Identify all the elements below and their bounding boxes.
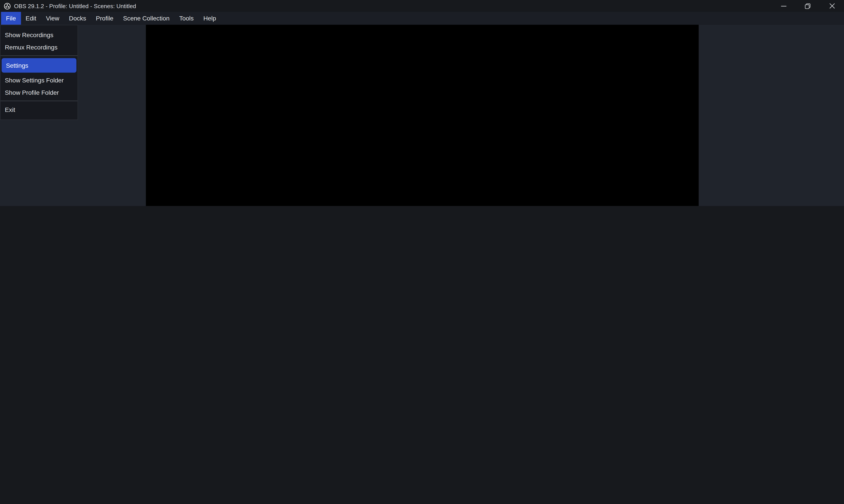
obs-logo-icon [4, 2, 11, 10]
menu-view[interactable]: View [41, 12, 64, 25]
menu-separator [0, 101, 77, 101]
menu-edit[interactable]: Edit [21, 12, 41, 25]
file-menu-show-settings-folder[interactable]: Show Settings Folder [0, 74, 77, 86]
close-button[interactable] [820, 0, 844, 12]
titlebar: OBS 29.1.2 - Profile: Untitled - Scenes:… [0, 0, 844, 12]
menu-file[interactable]: File [1, 12, 21, 25]
file-menu-exit[interactable]: Exit [0, 103, 77, 115]
file-menu-remux-recordings[interactable]: Remux Recordings [0, 41, 77, 53]
menu-profile[interactable]: Profile [91, 12, 118, 25]
menu-separator [0, 55, 77, 56]
restore-button[interactable] [796, 0, 820, 12]
menu-tools[interactable]: Tools [174, 12, 199, 25]
file-menu-show-profile-folder[interactable]: Show Profile Folder [0, 86, 77, 98]
menubar: File Edit View Docks Profile Scene Colle… [0, 12, 844, 25]
menu-scene-collection[interactable]: Scene Collection [118, 12, 174, 25]
menu-docks[interactable]: Docks [64, 12, 91, 25]
file-menu-settings[interactable]: Settings [2, 58, 76, 73]
preview-canvas [146, 25, 699, 206]
preview-area [0, 25, 844, 206]
minimize-button[interactable] [771, 0, 795, 12]
menu-help[interactable]: Help [199, 12, 221, 25]
file-menu-show-recordings[interactable]: Show Recordings [0, 29, 77, 41]
file-menu: Show Recordings Remux Recordings Setting… [0, 25, 78, 120]
obs-window: OBS 29.1.2 - Profile: Untitled - Scenes:… [0, 0, 844, 206]
window-title: OBS 29.1.2 - Profile: Untitled - Scenes:… [14, 3, 136, 9]
